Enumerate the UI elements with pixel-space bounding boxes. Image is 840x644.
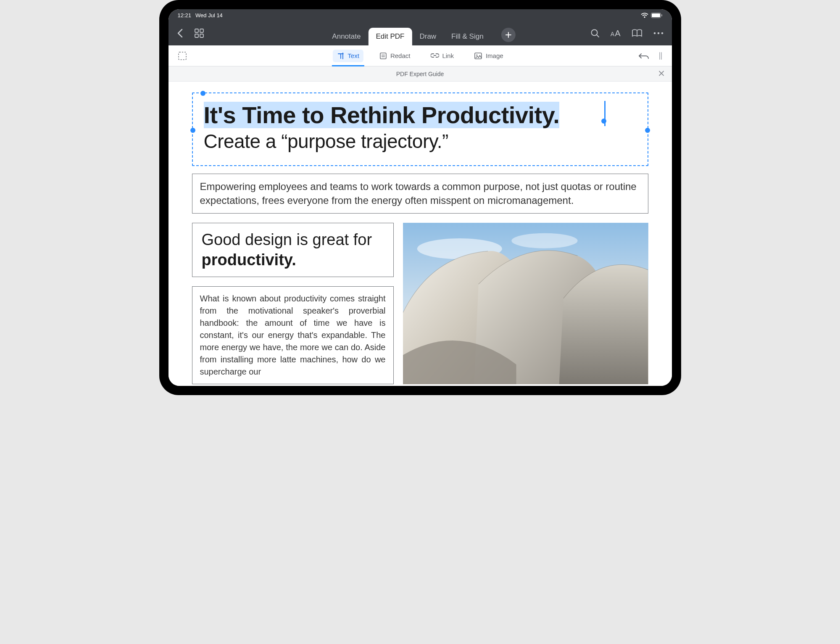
wifi-icon	[641, 13, 648, 18]
svg-rect-3	[195, 29, 198, 32]
selection-handle[interactable]	[601, 119, 606, 124]
tab-draw[interactable]: Draw	[412, 28, 444, 45]
svg-point-17	[511, 233, 577, 248]
document-canvas[interactable]: It's Time to Rethink Productivity. Creat…	[169, 82, 672, 386]
toolbar-drag-handle[interactable]	[658, 51, 663, 61]
status-time: 12:21	[178, 12, 192, 18]
selection-tool-button[interactable]	[178, 51, 187, 61]
selection-handle[interactable]	[645, 128, 650, 133]
tool-image-label: Image	[486, 52, 503, 59]
reader-view-button[interactable]	[632, 29, 643, 37]
text-size-button[interactable]: AA	[611, 29, 621, 38]
document-heading-main[interactable]: It's Time to Rethink Productivity.	[204, 102, 560, 128]
tab-edit-pdf[interactable]: Edit PDF	[368, 28, 412, 45]
tool-link[interactable]: Link	[426, 50, 458, 62]
svg-rect-12	[380, 53, 386, 59]
svg-rect-1	[652, 13, 660, 17]
document-title: PDF Expert Guide	[396, 71, 444, 77]
svg-rect-4	[200, 29, 203, 32]
svg-point-10	[661, 32, 663, 34]
add-tab-button[interactable]	[501, 28, 516, 42]
document-heading-sub[interactable]: Create a “purpose trajectory.”	[204, 130, 637, 153]
tool-image[interactable]: Image	[470, 50, 508, 62]
top-toolbar: Annotate Edit PDF Draw Fill & Sign AA	[169, 21, 672, 45]
svg-rect-11	[179, 52, 186, 60]
subheading-prefix: Good design is great for	[202, 231, 372, 248]
subheading-box[interactable]: Good design is great for productivity.	[192, 223, 394, 277]
article-image[interactable]	[403, 223, 648, 384]
svg-point-14	[476, 54, 477, 55]
svg-rect-6	[200, 34, 203, 37]
svg-rect-5	[195, 34, 198, 37]
body-paragraph-box[interactable]: What is known about productivity comes s…	[192, 286, 394, 384]
selection-handle[interactable]	[200, 91, 205, 96]
status-date: Wed Jul 14	[195, 12, 223, 18]
ipad-device-frame: 12:21 Wed Jul 14	[159, 0, 681, 395]
text-size-big-a-icon: A	[615, 29, 620, 38]
search-button[interactable]	[590, 29, 600, 38]
link-tool-icon	[430, 52, 439, 60]
selection-handle[interactable]	[190, 128, 195, 133]
svg-rect-2	[661, 14, 662, 16]
subheading-bold: productivity.	[202, 251, 296, 269]
battery-icon	[651, 13, 663, 18]
close-document-button[interactable]	[658, 69, 664, 78]
tool-text-label: Text	[348, 52, 359, 59]
tool-redact[interactable]: Redact	[375, 50, 415, 62]
intro-paragraph-box[interactable]: Empowering employees and teams to work t…	[192, 174, 648, 214]
building-illustration	[403, 223, 648, 384]
svg-point-9	[657, 32, 659, 34]
text-size-small-a-icon: A	[611, 31, 614, 37]
tool-text[interactable]: Text	[332, 50, 363, 62]
thumbnails-button[interactable]	[195, 29, 204, 38]
tool-link-label: Link	[442, 52, 454, 59]
tool-redact-label: Redact	[390, 52, 411, 59]
text-tool-icon	[337, 52, 344, 60]
tab-fill-sign[interactable]: Fill & Sign	[444, 28, 491, 45]
status-bar: 12:21 Wed Jul 14	[169, 9, 672, 21]
image-tool-icon	[474, 52, 482, 60]
undo-button[interactable]	[638, 52, 649, 60]
ipad-screen: 12:21 Wed Jul 14	[169, 9, 672, 386]
document-title-bar: PDF Expert Guide	[169, 66, 672, 82]
redact-tool-icon	[379, 52, 387, 60]
tab-annotate[interactable]: Annotate	[324, 28, 368, 45]
svg-point-8	[653, 32, 656, 34]
more-button[interactable]	[653, 32, 664, 34]
sub-toolbar: Text Redact Link Image	[169, 45, 672, 66]
back-button[interactable]	[177, 29, 183, 38]
text-selection-box[interactable]: It's Time to Rethink Productivity. Creat…	[192, 92, 648, 166]
text-cursor	[604, 101, 606, 126]
